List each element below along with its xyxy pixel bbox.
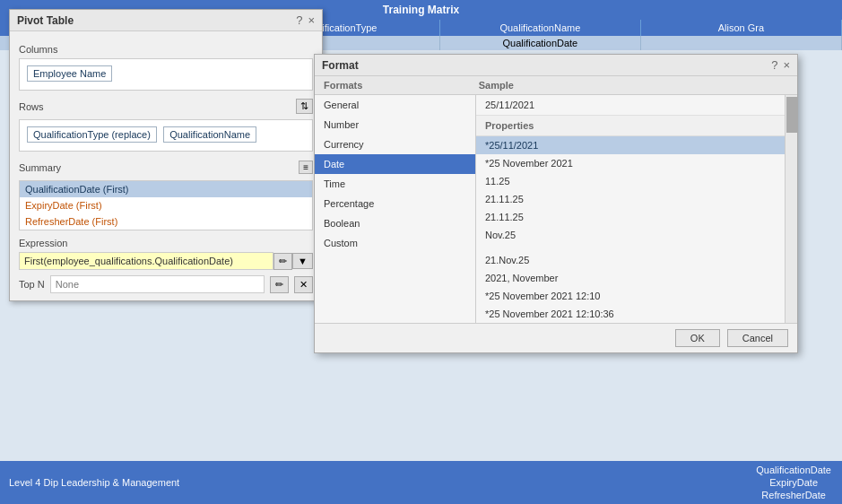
topn-row: Top N ✏ ✕ <box>19 275 313 293</box>
format-right-panel: 25/11/2021 Properties *25/11/2021 *25 No… <box>476 95 797 323</box>
format-columns-header: Formats Sample <box>315 76 797 95</box>
pivot-body: Columns Employee Name Rows ⇅ Qualificati… <box>10 31 322 300</box>
pivot-panel: Pivot Table ? × Columns Employee Name Ro… <box>9 9 323 301</box>
matrix-bottom-bar: Level 4 Dip Leadership & Management Qual… <box>0 461 842 504</box>
format-list-area: General Number Currency Date Time Percen… <box>315 95 797 323</box>
format-titlebar-icons: ? × <box>771 58 790 72</box>
summary-item-2[interactable]: ExpiryDate (First) <box>20 197 312 213</box>
rows-box: QualificationType (replace) Qualificatio… <box>19 119 313 152</box>
columns-employee-name[interactable]: Employee Name <box>27 65 112 82</box>
summary-item-1[interactable]: QualificationDate (First) <box>20 181 312 197</box>
pivot-titlebar-icons: ? × <box>296 13 315 27</box>
format-option-list: *25/11/2021 *25 November 2021 11.25 21.1… <box>476 136 797 323</box>
properties-header: Properties <box>476 116 797 136</box>
format-time[interactable]: Time <box>315 174 475 194</box>
expression-edit-btn[interactable]: ✏ <box>273 253 292 270</box>
format-option-4[interactable]: 21.11.25 <box>476 190 785 208</box>
format-option-5[interactable]: 21.11.25 <box>476 208 785 226</box>
format-number[interactable]: Number <box>315 115 475 135</box>
bottom-refresher-date: RefresherDate <box>761 489 826 501</box>
pivot-close-icon[interactable]: × <box>308 13 315 27</box>
cancel-button[interactable]: Cancel <box>727 329 788 347</box>
rows-item-2[interactable]: QualificationName <box>163 126 256 143</box>
summary-icon[interactable]: ≡ <box>299 161 313 174</box>
expression-input[interactable] <box>19 252 273 270</box>
matrix-col-4: Alison Gra <box>641 20 842 36</box>
pivot-titlebar: Pivot Table ? × <box>10 10 322 31</box>
format-scrollbar[interactable] <box>785 95 797 323</box>
format-option-1[interactable]: *25/11/2021 <box>476 136 785 154</box>
matrix-sub-3: QualificationDate <box>440 36 641 50</box>
pivot-title: Pivot Table <box>17 14 74 27</box>
columns-label: Columns <box>19 44 313 55</box>
rows-item-1[interactable]: QualificationType (replace) <box>27 126 157 143</box>
rows-sort-icon[interactable]: ⇅ <box>296 99 313 114</box>
format-custom[interactable]: Custom <box>315 233 475 253</box>
summary-box: QualificationDate (First) ExpiryDate (Fi… <box>19 180 313 230</box>
matrix-bottom-label: Level 4 Dip Leadership & Management <box>0 461 745 504</box>
format-option-10[interactable]: *25 November 2021 12:10 <box>476 287 785 305</box>
topn-input[interactable] <box>50 275 265 293</box>
matrix-col-3: QualificationName <box>440 20 641 36</box>
format-currency[interactable]: Currency <box>315 135 475 154</box>
format-option-6[interactable]: Nov.25 <box>476 226 785 244</box>
format-left-list: General Number Currency Date Time Percen… <box>315 95 476 323</box>
format-option-11[interactable]: *25 November 2021 12:10:36 <box>476 305 785 323</box>
ok-button[interactable]: OK <box>675 329 720 347</box>
format-option-3[interactable]: 11.25 <box>476 172 785 190</box>
format-percentage[interactable]: Percentage <box>315 194 475 213</box>
format-boolean[interactable]: Boolean <box>315 213 475 233</box>
format-titlebar: Format ? × <box>315 55 797 76</box>
bottom-qual-date: QualificationDate <box>756 464 831 476</box>
summary-label: Summary <box>19 162 61 173</box>
topn-edit-btn[interactable]: ✏ <box>270 276 289 293</box>
format-option-9[interactable]: 2021, November <box>476 269 785 287</box>
topn-label: Top N <box>19 279 45 290</box>
format-date[interactable]: Date <box>315 154 475 174</box>
summary-header: Summary ≡ <box>19 157 313 177</box>
format-general[interactable]: General <box>315 95 475 115</box>
rows-label: Rows <box>19 101 44 112</box>
format-scrollbar-thumb[interactable] <box>786 97 797 133</box>
sample-value: 25/11/2021 <box>476 95 797 116</box>
matrix-sub-4 <box>641 36 842 50</box>
bottom-expiry-date: ExpiryDate <box>769 476 818 489</box>
format-close-icon[interactable]: × <box>783 58 790 72</box>
columns-box: Employee Name <box>19 58 313 91</box>
pivot-help-icon[interactable]: ? <box>296 13 302 27</box>
expression-label: Expression <box>19 238 313 248</box>
matrix-bottom-right: QualificationDate ExpiryDate RefresherDa… <box>745 461 842 504</box>
format-footer: OK Cancel <box>315 323 797 352</box>
summary-item-3[interactable]: RefresherDate (First) <box>20 213 312 230</box>
topn-clear-btn[interactable]: ✕ <box>294 276 313 293</box>
formats-col-header: Formats <box>324 80 479 91</box>
rows-header: Rows ⇅ <box>19 96 313 116</box>
expression-box: ✏ ▼ <box>19 252 313 270</box>
format-title: Format <box>322 59 359 72</box>
sample-col-header: Sample <box>479 80 788 91</box>
format-option-8[interactable]: 21.Nov.25 <box>476 251 785 269</box>
format-option-2[interactable]: *25 November 2021 <box>476 154 785 172</box>
expression-drop-btn[interactable]: ▼ <box>292 253 313 269</box>
format-option-7 <box>476 244 785 251</box>
format-dialog: Format ? × Formats Sample General Number… <box>314 54 798 353</box>
format-help-icon[interactable]: ? <box>771 58 777 72</box>
